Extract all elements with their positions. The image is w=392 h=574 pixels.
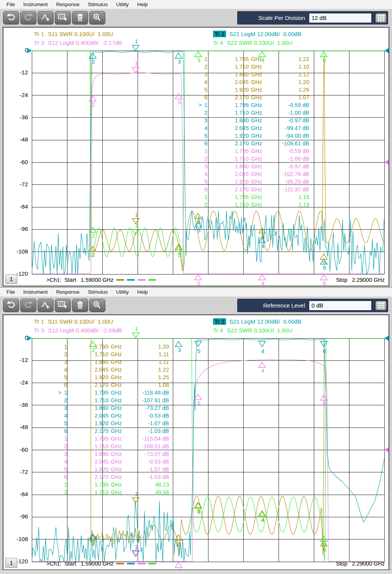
marker-table-row: 4:2.045GHz-99.47 dB — [204, 124, 309, 132]
stop-frequency-label: Stop 2.29000 GHz — [336, 277, 385, 283]
y-axis-label: -72 — [5, 181, 28, 187]
svg-text:3: 3 — [178, 99, 181, 105]
add-marker-button[interactable] — [38, 11, 54, 25]
menu-item-file[interactable]: File — [2, 2, 19, 7]
svg-text:3: 3 — [178, 347, 181, 353]
vna-application-window: FileInstrumentResponseStimulusUtilityHel… — [0, 0, 392, 574]
marker-table-row: 3:1.880GHz-73.27 dB — [64, 404, 169, 412]
trace4-color-key — [148, 563, 156, 564]
marker-table-row: 2:1.710GHz-108.51 dB — [64, 442, 169, 450]
marker-table-row: 5:1.920GHz1.25 — [64, 373, 169, 381]
redo-icon — [23, 301, 33, 310]
undo-icon — [6, 301, 16, 310]
zoom-in-icon — [92, 301, 102, 310]
control-value-input[interactable] — [309, 301, 372, 311]
undo-button[interactable] — [3, 11, 19, 25]
control-value-input[interactable] — [309, 13, 372, 23]
legend-tr3[interactable]: Tr 3S12 LogM 0.400dB/ -2.09dB — [34, 327, 122, 334]
menu-item-help[interactable]: Help — [133, 289, 152, 295]
undo-button[interactable] — [3, 299, 19, 312]
zoom-in-icon — [92, 13, 102, 23]
svg-text:6: 6 — [323, 541, 326, 548]
svg-text:1: 1 — [135, 60, 138, 67]
svg-text:5: 5 — [197, 348, 200, 354]
marker-table-row: 4:2.045GHz1.20 — [204, 78, 309, 86]
start-frequency-label: >Ch1: Start 1.59000 GHz — [46, 561, 113, 567]
active-marker-arrow: > — [58, 389, 61, 396]
menu-item-utility[interactable]: Utility — [112, 289, 133, 295]
graph-area: Tr 1S11 SWR 0.100U/ 1.00U Tr 2S21 LogM 1… — [3, 314, 389, 570]
status-row: 1 >Ch1: Start 1.59000 GHz Stop 2.29000 G… — [3, 558, 389, 569]
y-axis-label: 0 — [5, 334, 28, 341]
legend-tr4[interactable]: Tr 4S22 SWR 0.100U/ 1.00U — [213, 39, 292, 46]
menu-item-instrument[interactable]: Instrument — [19, 2, 52, 7]
delete-button[interactable] — [72, 11, 88, 25]
svg-text:2: 2 — [92, 252, 95, 258]
delete-icon — [75, 13, 85, 23]
legend-tr2[interactable]: Tr 2S21 LogM 12.00dB/ 0.00dB — [213, 31, 302, 37]
menu-item-help[interactable]: Help — [133, 2, 152, 7]
svg-text:4: 4 — [261, 243, 264, 249]
zoom-button[interactable] — [89, 11, 105, 25]
svg-text:3: 3 — [178, 58, 181, 65]
legend-tr1[interactable]: Tr 1S11 SWR 0.100U/ 1.00U — [34, 31, 113, 37]
svg-text:1: 1 — [135, 38, 138, 44]
marker-table-row: 4:2.045GHz-0.53 dB — [64, 458, 169, 465]
control-label: Scale Per Division — [258, 15, 305, 21]
legend-tr4[interactable]: Tr 4S22 SWR 0.100U/ 1.00U — [213, 327, 292, 334]
y-axis-label: -72 — [5, 469, 28, 475]
marker-table-row: 1:1.795GHz1.20 — [64, 343, 169, 350]
redo-button[interactable] — [20, 11, 36, 25]
legend-tr1[interactable]: Tr 1S11 SWR 0.100U/ 1.00U — [34, 318, 113, 325]
trace2-color-key — [127, 563, 135, 564]
channel-1-button[interactable]: 1 — [5, 274, 17, 284]
window-status-strip — [0, 570, 392, 574]
trace4-color-key — [148, 279, 156, 281]
marker-table-row: 3:1.880GHz1.12 — [204, 71, 309, 78]
menu-item-utility[interactable]: Utility — [112, 2, 133, 7]
marker-table-row: 5:1.920GHz-1.07 dB — [64, 465, 169, 473]
add-channel-button[interactable]: Ch — [55, 299, 71, 312]
svg-text:4: 4 — [261, 517, 264, 523]
marker-table-row: 3:1.880GHz-0.97 dB — [204, 117, 309, 124]
menu-item-response[interactable]: Response — [52, 2, 84, 7]
legend-tr3[interactable]: Tr 3S12 LogM 0.400dB/ -2.17dB — [34, 39, 122, 46]
add-channel-icon: Ch — [58, 13, 68, 23]
marker-table-row: 6:2.170GHz-1.03 dB — [64, 427, 169, 435]
marker-table-row: 6:2.170GHz-1.03 dB — [64, 473, 169, 481]
svg-text:1: 1 — [135, 326, 138, 332]
redo-button[interactable] — [20, 299, 36, 312]
marker-readout-table: 1:1.795GHz1.222:1.710GHz1.103:1.880GHz1.… — [204, 55, 309, 209]
menu-item-stimulus[interactable]: Stimulus — [84, 289, 112, 295]
zoom-button[interactable] — [89, 299, 105, 312]
keypad-button[interactable] — [376, 301, 386, 310]
delete-button[interactable] — [72, 299, 88, 312]
scale-control-group: Scale Per Division — [237, 11, 388, 25]
svg-text:3: 3 — [178, 540, 181, 547]
menu-item-instrument[interactable]: Instrument — [19, 289, 52, 295]
add-channel-icon: Ch — [58, 301, 68, 310]
y-axis-label: -108 — [5, 536, 28, 542]
y-axis-label: -60 — [5, 446, 28, 453]
svg-text:4: 4 — [261, 367, 264, 374]
menu-item-response[interactable]: Response — [52, 289, 84, 295]
add-marker-icon — [41, 13, 51, 23]
stop-frequency-label: Stop 2.29000 GHz — [336, 561, 385, 567]
marker-table-row: 2:1.710GHz49.56 — [64, 488, 169, 496]
trace1-color-key — [116, 563, 124, 564]
svg-text:1: 1 — [135, 211, 138, 218]
add-marker-button[interactable] — [38, 299, 54, 312]
channel-1-button[interactable]: 1 — [5, 558, 17, 568]
reference-level-control-group: Reference Level — [237, 299, 388, 312]
legend-tr2[interactable]: Tr 2S21 LogM 12.00dB/ 0.00dB — [213, 318, 302, 325]
marker-table-row: 3:1.880GHz1.11 — [64, 358, 169, 366]
add-channel-button[interactable]: Ch — [55, 11, 71, 25]
start-frequency-label: >Ch1: Start 1.59000 GHz — [46, 277, 113, 283]
menu-item-file[interactable]: File — [2, 289, 19, 295]
marker-table-row: 5:1.920GHz1.26 — [204, 86, 309, 94]
toolbar: Ch Scale Per Division — [0, 9, 392, 26]
keypad-button[interactable] — [376, 13, 386, 23]
toolbar: Ch Reference Level — [0, 297, 392, 314]
svg-text:4: 4 — [261, 233, 264, 240]
menu-item-stimulus[interactable]: Stimulus — [84, 2, 112, 7]
